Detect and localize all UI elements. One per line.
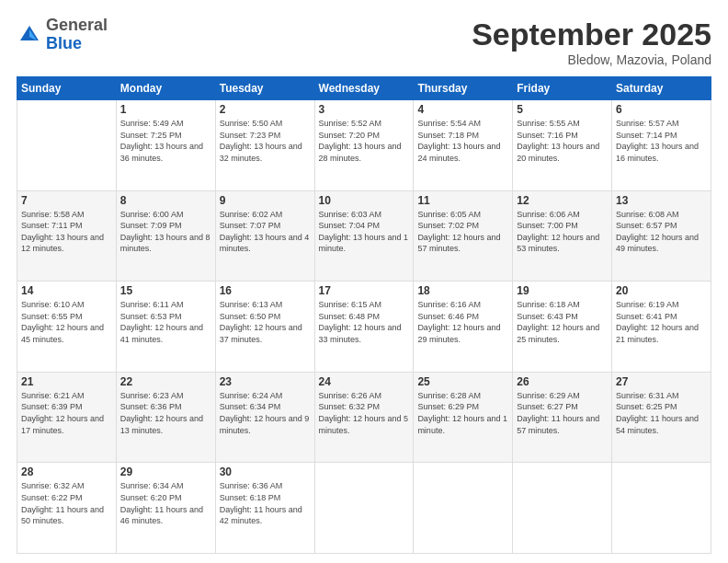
daylight-text: Daylight: 13 hours and 36 minutes. [120,142,203,163]
sunset-text: Sunset: 6:53 PM [120,312,182,321]
sunset-text: Sunset: 7:20 PM [319,131,381,140]
sunrise-text: Sunrise: 6:36 AM [220,481,283,490]
sunset-text: Sunset: 6:50 PM [220,312,281,321]
calendar-cell: 14 Sunrise: 6:10 AM Sunset: 6:55 PM Dayl… [17,282,117,373]
day-number: 18 [417,284,508,297]
sunrise-text: Sunrise: 6:08 AM [616,210,679,219]
daylight-text: Daylight: 12 hours and 25 minutes. [517,323,599,344]
sunrise-text: Sunrise: 6:32 AM [21,481,85,490]
sunrise-text: Sunrise: 6:31 AM [616,391,679,400]
daylight-text: Daylight: 13 hours and 1 minute. [319,233,409,254]
day-info: Sunrise: 6:02 AM Sunset: 7:07 PM Dayligh… [220,209,311,255]
logo: General Blue [17,17,108,53]
day-number: 14 [21,284,112,297]
sunrise-text: Sunrise: 6:29 AM [517,391,580,400]
sunset-text: Sunset: 6:25 PM [616,402,677,411]
sunrise-text: Sunrise: 5:49 AM [120,119,184,128]
day-info: Sunrise: 6:13 AM Sunset: 6:50 PM Dayligh… [220,299,311,345]
calendar-cell: 29 Sunrise: 6:34 AM Sunset: 6:20 PM Dayl… [116,463,215,554]
sunrise-text: Sunrise: 6:05 AM [417,210,481,219]
calendar-cell: 12 Sunrise: 6:06 AM Sunset: 7:00 PM Dayl… [513,190,612,282]
calendar-cell: 4 Sunrise: 5:54 AM Sunset: 7:18 PM Dayli… [414,100,513,191]
calendar-cell: 13 Sunrise: 6:08 AM Sunset: 6:57 PM Dayl… [612,190,711,282]
sunset-text: Sunset: 6:29 PM [417,402,479,411]
day-info: Sunrise: 6:31 AM Sunset: 6:25 PM Dayligh… [616,390,707,436]
daylight-text: Daylight: 12 hours and 29 minutes. [417,323,500,344]
col-tuesday: Tuesday [215,77,314,100]
day-info: Sunrise: 5:58 AM Sunset: 7:11 PM Dayligh… [21,209,112,255]
daylight-text: Daylight: 13 hours and 20 minutes. [517,142,599,163]
daylight-text: Daylight: 12 hours and 9 minutes. [220,414,310,435]
calendar-cell [314,463,414,554]
daylight-text: Daylight: 12 hours and 53 minutes. [517,233,599,254]
daylight-text: Daylight: 13 hours and 12 minutes. [21,233,104,254]
daylight-text: Daylight: 11 hours and 42 minutes. [220,505,302,526]
calendar-cell: 7 Sunrise: 5:58 AM Sunset: 7:11 PM Dayli… [17,190,117,282]
calendar-cell: 20 Sunrise: 6:19 AM Sunset: 6:41 PM Dayl… [612,282,711,373]
calendar-cell: 21 Sunrise: 6:21 AM Sunset: 6:39 PM Dayl… [17,372,117,463]
sunrise-text: Sunrise: 5:52 AM [319,119,382,128]
day-info: Sunrise: 6:26 AM Sunset: 6:32 PM Dayligh… [319,390,410,436]
day-number: 30 [220,465,311,478]
day-info: Sunrise: 6:36 AM Sunset: 6:18 PM Dayligh… [220,480,311,526]
calendar-cell: 5 Sunrise: 5:55 AM Sunset: 7:16 PM Dayli… [513,100,612,191]
calendar-week-row: 1 Sunrise: 5:49 AM Sunset: 7:25 PM Dayli… [17,100,711,191]
sunrise-text: Sunrise: 5:50 AM [220,119,283,128]
daylight-text: Daylight: 12 hours and 13 minutes. [120,414,203,435]
daylight-text: Daylight: 12 hours and 49 minutes. [616,233,699,254]
daylight-text: Daylight: 13 hours and 32 minutes. [220,142,302,163]
col-saturday: Saturday [612,77,711,100]
day-number: 1 [120,103,211,116]
sunrise-text: Sunrise: 6:26 AM [319,391,382,400]
sunset-text: Sunset: 7:16 PM [517,131,578,140]
calendar-cell: 15 Sunrise: 6:11 AM Sunset: 6:53 PM Dayl… [116,282,215,373]
calendar-week-row: 28 Sunrise: 6:32 AM Sunset: 6:22 PM Dayl… [17,463,711,554]
daylight-text: Daylight: 12 hours and 17 minutes. [21,414,104,435]
sunset-text: Sunset: 6:39 PM [21,402,83,411]
day-number: 8 [120,194,211,207]
day-info: Sunrise: 6:29 AM Sunset: 6:27 PM Dayligh… [517,390,608,436]
logo-blue-text: Blue [46,34,82,52]
day-info: Sunrise: 6:00 AM Sunset: 7:09 PM Dayligh… [120,209,211,255]
daylight-text: Daylight: 11 hours and 54 minutes. [616,414,699,435]
calendar-cell: 25 Sunrise: 6:28 AM Sunset: 6:29 PM Dayl… [414,372,513,463]
page: General Blue September 2025 Bledow, Mazo… [0,0,728,563]
sunrise-text: Sunrise: 6:02 AM [220,210,283,219]
sunset-text: Sunset: 7:02 PM [417,221,479,230]
day-number: 12 [517,194,608,207]
calendar-subtitle: Bledow, Mazovia, Poland [472,52,711,67]
sunset-text: Sunset: 7:25 PM [120,131,182,140]
daylight-text: Daylight: 12 hours and 21 minutes. [616,323,699,344]
day-number: 28 [21,465,112,478]
sunrise-text: Sunrise: 6:00 AM [120,210,184,219]
day-info: Sunrise: 5:49 AM Sunset: 7:25 PM Dayligh… [120,118,211,164]
calendar-cell [414,463,513,554]
daylight-text: Daylight: 11 hours and 57 minutes. [517,414,599,435]
day-info: Sunrise: 6:11 AM Sunset: 6:53 PM Dayligh… [120,299,211,345]
sunrise-text: Sunrise: 6:28 AM [417,391,481,400]
daylight-text: Daylight: 12 hours and 37 minutes. [220,323,302,344]
day-number: 2 [220,103,311,116]
calendar-cell: 27 Sunrise: 6:31 AM Sunset: 6:25 PM Dayl… [612,372,711,463]
daylight-text: Daylight: 12 hours and 5 minutes. [319,414,409,435]
day-info: Sunrise: 5:57 AM Sunset: 7:14 PM Dayligh… [616,118,707,164]
day-number: 29 [120,465,211,478]
calendar-week-row: 14 Sunrise: 6:10 AM Sunset: 6:55 PM Dayl… [17,282,711,373]
day-number: 5 [517,103,608,116]
day-info: Sunrise: 6:32 AM Sunset: 6:22 PM Dayligh… [21,480,112,526]
day-info: Sunrise: 6:06 AM Sunset: 7:00 PM Dayligh… [517,209,608,255]
day-info: Sunrise: 5:52 AM Sunset: 7:20 PM Dayligh… [319,118,410,164]
sunrise-text: Sunrise: 6:23 AM [120,391,184,400]
day-number: 6 [616,103,707,116]
calendar-cell: 24 Sunrise: 6:26 AM Sunset: 6:32 PM Dayl… [314,372,414,463]
sunrise-text: Sunrise: 6:15 AM [319,300,382,309]
sunset-text: Sunset: 6:34 PM [220,402,281,411]
day-info: Sunrise: 6:23 AM Sunset: 6:36 PM Dayligh… [120,390,211,436]
day-number: 10 [319,194,410,207]
day-number: 23 [220,375,311,388]
logo-icon [17,22,42,48]
daylight-text: Daylight: 12 hours and 1 minute. [417,414,507,435]
sunset-text: Sunset: 7:09 PM [120,221,182,230]
day-info: Sunrise: 6:03 AM Sunset: 7:04 PM Dayligh… [319,209,410,255]
calendar-cell: 26 Sunrise: 6:29 AM Sunset: 6:27 PM Dayl… [513,372,612,463]
